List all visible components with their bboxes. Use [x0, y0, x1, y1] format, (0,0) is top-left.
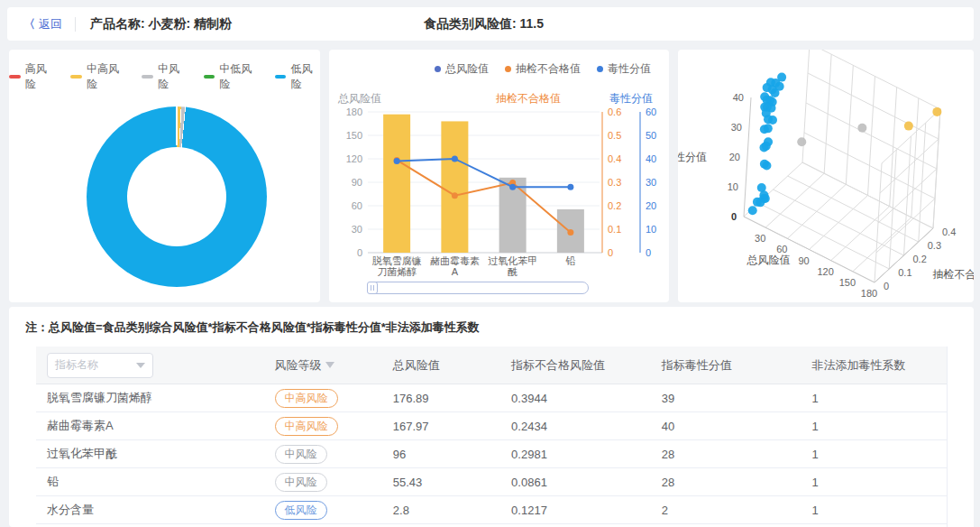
svg-text:10: 10 — [728, 181, 738, 192]
risk-level-badge: 中风险 — [275, 473, 327, 492]
donut-hole — [127, 147, 226, 246]
table-row: 铅中风险55.430.0861281 — [36, 468, 947, 496]
svg-text:毒性分值: 毒性分值 — [678, 151, 707, 163]
svg-text:0.4: 0.4 — [608, 153, 621, 164]
scatter-point-低风险 — [764, 124, 773, 133]
indicator-name-select[interactable]: 指标名称 — [47, 353, 153, 378]
svg-text:0: 0 — [357, 247, 362, 258]
product-name-title: 产品名称: 小麦粉: 精制粉 — [90, 16, 232, 32]
svg-text:抽检不合格值: 抽检不合格值 — [932, 268, 975, 281]
scatter-point-低风险 — [762, 162, 771, 171]
svg-text:总风险值: 总风险值 — [746, 254, 791, 266]
top-header-bar: 〈 返回 产品名称: 小麦粉: 精制粉 食品类别风险值: 11.5 — [7, 7, 974, 41]
svg-text:50: 50 — [646, 130, 656, 141]
svg-text:赭曲霉毒素: 赭曲霉毒素 — [430, 255, 480, 266]
cell-indicator-name: 水分含量 — [36, 502, 264, 518]
scatter-point-中风险 — [857, 124, 866, 133]
cell-indicator-name: 铅 — [36, 474, 264, 490]
legend-item-中风险[interactable]: 中风险 — [142, 61, 187, 92]
svg-text:20: 20 — [646, 200, 656, 211]
col-toxicity-score: 指标毒性分值 — [662, 357, 732, 374]
svg-text:30: 30 — [646, 177, 656, 188]
svg-text:0.1: 0.1 — [898, 267, 911, 278]
svg-text:0.6: 0.6 — [608, 106, 621, 117]
col-unqualified-risk: 指标不合格风险值 — [511, 357, 605, 374]
select-placeholder: 指标名称 — [55, 357, 98, 373]
scatter-point-低风险 — [777, 73, 786, 82]
svg-text:120: 120 — [346, 153, 362, 164]
col-illegal-coef: 非法添加毒性系数 — [811, 357, 905, 374]
legend-item-中高风险[interactable]: 中高风险 — [70, 61, 125, 92]
legend-marker — [204, 75, 215, 79]
table-row: 脱氧雪腐镰刀菌烯醇中高风险176.890.3944391 — [36, 384, 947, 412]
cell-illegal-coef: 1 — [801, 448, 947, 461]
cell-toxicity-score: 40 — [651, 420, 801, 433]
scatter-point-中高风险 — [904, 122, 913, 131]
combo-bar-line-chart[interactable]: 030609012015018000.10.20.30.40.50.601020… — [329, 50, 669, 302]
cell-illegal-coef: 1 — [801, 392, 947, 405]
svg-text:60: 60 — [646, 106, 656, 117]
svg-text:铅: 铅 — [564, 255, 575, 266]
legend-item-低风险[interactable]: 低风险 — [275, 61, 320, 92]
legend-item-高风险[interactable]: 高风险 — [9, 61, 54, 92]
risk-level-pie-card: 高风险中高风险中风险中低风险低风险 — [9, 50, 320, 302]
datazoom-handle[interactable] — [367, 282, 378, 294]
indicator-combo-chart-card: 总风险值抽检不合格值毒性分值 总风险值 抽检不合格值 毒性分值 03060901… — [329, 50, 669, 302]
table-scrollbar-gutter[interactable] — [947, 347, 974, 527]
back-label: 返回 — [39, 16, 62, 32]
svg-text:30: 30 — [755, 233, 765, 244]
scatter-point-中风险 — [797, 137, 806, 146]
legend-marker — [70, 75, 82, 79]
cell-unqualified-risk: 0.2434 — [500, 420, 651, 433]
cell-illegal-coef: 1 — [801, 504, 947, 517]
scatter-point-低风险 — [762, 142, 771, 151]
svg-text:180: 180 — [346, 106, 362, 117]
risk-level-badge: 中风险 — [275, 445, 327, 464]
cell-unqualified-risk: 0.3944 — [500, 392, 651, 405]
svg-text:40: 40 — [733, 92, 744, 103]
cell-total-risk: 176.89 — [382, 392, 500, 405]
header-divider — [75, 17, 76, 32]
legend-marker — [142, 75, 153, 79]
cell-toxicity-score: 28 — [651, 476, 801, 489]
table-row: 水分含量低风险2.80.121721 — [36, 496, 947, 524]
svg-text:0.2: 0.2 — [608, 200, 621, 211]
scatter-point-低风险 — [748, 206, 757, 215]
cell-toxicity-score: 2 — [651, 504, 801, 517]
filter-icon[interactable] — [325, 362, 334, 368]
scatter3d-chart[interactable]: 01020304030609012015018000.10.20.30.4毒性分… — [678, 50, 974, 302]
cell-total-risk: 55.43 — [382, 476, 500, 489]
cell-unqualified-risk: 0.1217 — [500, 504, 651, 517]
cell-toxicity-score: 39 — [651, 392, 801, 405]
legend-marker — [275, 75, 287, 79]
svg-text:90: 90 — [798, 255, 809, 266]
svg-text:过氧化苯甲: 过氧化苯甲 — [488, 255, 537, 266]
svg-text:0.2: 0.2 — [913, 254, 927, 264]
table-header-row: 指标名称 风险等级 总风险值 指标不合格风险值 指标毒性分值 非法添加毒性系数 — [36, 347, 947, 384]
col-total-risk: 总风险值 — [393, 357, 440, 374]
svg-text:0.4: 0.4 — [942, 227, 956, 237]
datazoom-slider[interactable] — [368, 282, 589, 294]
scatter-point-中高风险 — [932, 107, 941, 116]
svg-text:0.3: 0.3 — [608, 177, 621, 188]
svg-text:0: 0 — [608, 247, 613, 258]
legend-item-中低风险[interactable]: 中低风险 — [204, 61, 259, 92]
cell-indicator-name: 脱氧雪腐镰刀菌烯醇 — [36, 390, 264, 406]
back-button[interactable]: 〈 返回 — [23, 16, 62, 32]
svg-text:120: 120 — [817, 266, 833, 277]
col-risk-level: 风险等级 — [275, 357, 322, 374]
svg-text:40: 40 — [646, 153, 656, 164]
cell-total-risk: 2.8 — [382, 504, 500, 517]
risk-level-badge: 低风险 — [275, 501, 327, 520]
formula-note: 注：总风险值=食品类别综合风险值*指标不合格风险值*指标毒性分值*非法添加毒性系… — [25, 319, 480, 336]
svg-text:0: 0 — [884, 281, 889, 291]
scatter-point-低风险 — [756, 198, 765, 207]
scatter-point-低风险 — [768, 116, 777, 125]
svg-text:0.3: 0.3 — [928, 240, 941, 251]
scatter3d-card: 01020304030609012015018000.10.20.30.4毒性分… — [678, 50, 974, 302]
svg-text:150: 150 — [839, 277, 856, 288]
cell-total-risk: 96 — [382, 448, 500, 461]
back-chevron-icon: 〈 — [23, 16, 35, 32]
risk-level-donut-chart[interactable] — [87, 106, 267, 287]
risk-level-badge: 中高风险 — [275, 389, 338, 408]
